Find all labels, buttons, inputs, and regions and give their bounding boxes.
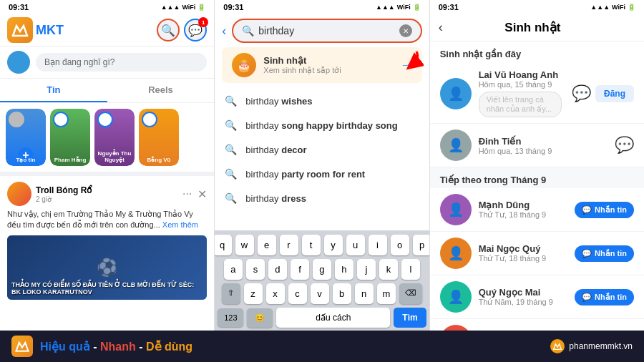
kbd-u[interactable]: u	[346, 235, 365, 255]
kbd-backspace[interactable]: ⌫	[399, 283, 422, 304]
status-icons-3: ▲▲▲ WiFi 🔋	[590, 4, 635, 11]
messenger-badge-0[interactable]: 💬	[572, 84, 591, 102]
kbd-b[interactable]: b	[333, 283, 351, 304]
kbd-k[interactable]: k	[379, 259, 398, 280]
kbd-n[interactable]: n	[355, 283, 374, 304]
search-input-box[interactable]: 🔍 birthday ✕	[232, 19, 421, 43]
tab-reels[interactable]: Reels	[107, 79, 215, 102]
kbd-z[interactable]: z	[244, 283, 263, 304]
bp-date-0: Hôm qua, 15 tháng 9	[479, 80, 562, 89]
bottom-banner: Hiệu quả - Nhanh - Dễ dùng phanmemmkt.vn	[0, 331, 644, 362]
kbd-j[interactable]: j	[357, 259, 376, 280]
story-bang-vu[interactable]: Bằng Vũ	[139, 109, 179, 166]
kbd-w[interactable]: w	[235, 235, 254, 255]
kbd-i[interactable]: i	[369, 235, 387, 255]
clear-search-button[interactable]: ✕	[399, 24, 412, 37]
kbd-q[interactable]: q	[215, 235, 231, 255]
upcoming-person-0: 👤 Mạnh Dũng Thứ Tư, 18 tháng 9 💬 Nhắn ti…	[430, 188, 644, 232]
result-text-3: birthday party room for rent	[245, 169, 365, 180]
search-input[interactable]: birthday	[258, 25, 394, 36]
kbd-v[interactable]: v	[311, 283, 329, 304]
dang-button-0[interactable]: Đăng	[595, 85, 634, 102]
wifi-icon-2: WiFi	[397, 4, 411, 11]
post-user-info: Troll Bóng Rổ 2 giờ	[36, 185, 92, 203]
kbd-s[interactable]: s	[246, 259, 265, 280]
kbd-g[interactable]: g	[313, 259, 331, 280]
kbd-p[interactable]: p	[413, 235, 430, 255]
search-result-1[interactable]: 🔍 birthday song happy birthday song	[215, 113, 429, 137]
search-result-0[interactable]: 🔍 birthday wishes	[215, 89, 429, 113]
close-icon[interactable]: ✕	[197, 187, 207, 201]
messenger-icon-1[interactable]: 💬	[615, 136, 634, 155]
suggestion-subtitle: Xem sinh nhật sắp tới	[263, 66, 341, 75]
kbd-l[interactable]: l	[401, 259, 420, 280]
kbd-e[interactable]: e	[258, 235, 276, 255]
upcoming-info-1: Mai Ngọc Quý Thứ Tư, 18 tháng 9	[479, 243, 567, 263]
kbd-d[interactable]: d	[268, 259, 287, 280]
search-button[interactable]: 🔍	[157, 19, 180, 41]
messenger-icon-0: 💬	[572, 84, 591, 103]
kbd-search-btn[interactable]: Tìm	[394, 308, 426, 328]
upcoming-info-0: Mạnh Dũng Thứ Tư, 18 tháng 9	[479, 200, 567, 220]
nhan-tin-btn-1[interactable]: 💬 Nhắn tin	[575, 245, 634, 262]
story-create[interactable]: + Tạo tin	[6, 109, 46, 166]
suggestion-icon: 🎂	[232, 53, 256, 77]
search-result-4[interactable]: 🔍 birthday dress	[215, 186, 429, 210]
see-more-link[interactable]: Xem thêm	[162, 220, 198, 229]
kbd-t[interactable]: t	[302, 235, 321, 255]
slogan-dash2: -	[139, 341, 146, 353]
banner-logo	[11, 336, 33, 357]
search-result-2[interactable]: 🔍 birthday decor	[215, 137, 429, 162]
story-pham-hang[interactable]: Pham Hằng	[50, 109, 90, 166]
kbd-a[interactable]: a	[224, 259, 243, 280]
kbd-row-1: q w e r t y u i o p	[218, 235, 426, 255]
upcoming-name-2: Quý Ngọc Mai	[479, 287, 567, 298]
search-header: ‹ 🔍 birthday ✕	[215, 14, 429, 47]
post-actions-right: ··· ✕	[182, 187, 207, 201]
write-placeholder[interactable]: Viết lên trang cá nhân của anh ấy...	[479, 92, 562, 117]
mkt-logo-icon	[7, 17, 33, 43]
back-button[interactable]: ‹	[222, 24, 226, 39]
nhan-tin-btn-2[interactable]: 💬 Nhắn tin	[575, 289, 634, 305]
mkt-text: MKT	[36, 23, 64, 38]
kbd-r[interactable]: r	[280, 235, 298, 255]
kbd-123[interactable]: 123	[218, 308, 243, 327]
nhan-tin-btn-0[interactable]: 💬 Nhắn tin	[575, 202, 634, 218]
kbd-f[interactable]: f	[291, 259, 309, 280]
signal-icon-2: ▲▲▲	[376, 4, 395, 11]
status-placeholder[interactable]: Bạn đang nghĩ gì?	[36, 53, 207, 72]
story-nguyen-thu[interactable]: Nguyễn Thu Nguyệt	[94, 109, 135, 166]
svg-marker-1	[16, 343, 29, 351]
slogan-hieu-qua: Hiệu quả	[40, 341, 90, 353]
slogan-de-dung: Dễ dùng	[146, 341, 192, 353]
signal-icon-3: ▲▲▲	[590, 4, 610, 11]
kbd-c[interactable]: c	[288, 283, 307, 304]
svg-marker-0	[13, 26, 27, 36]
kbd-emoji[interactable]: 😊	[247, 308, 273, 328]
bp-date-1: Hôm qua, 13 tháng 9	[479, 147, 608, 155]
search-result-3[interactable]: 🔍 birthday party room for rent	[215, 162, 429, 186]
mkt-logo: MKT	[7, 17, 64, 43]
birthday-person-0: 👤 Lai Vũ Hoang Anh Hôm qua, 15 tháng 9 V…	[430, 64, 644, 124]
birthday-person-1: 👤 Đinh Tiến Hôm qua, 13 tháng 9 💬	[430, 124, 644, 167]
more-icon[interactable]: ···	[182, 187, 192, 201]
bp-avatar-1: 👤	[440, 129, 472, 161]
upcoming-info-2: Quý Ngọc Mai Thứ Năm, 19 tháng 9	[479, 287, 567, 307]
kbd-space[interactable]: dấu cách	[276, 308, 390, 328]
result-text-4: birthday dress	[245, 193, 306, 204]
tab-tin[interactable]: Tin	[0, 79, 107, 102]
kbd-m[interactable]: m	[377, 283, 396, 304]
kbd-shift[interactable]: ⇧	[222, 283, 240, 304]
birthday-back-button[interactable]: ‹	[439, 20, 443, 35]
kbd-y[interactable]: y	[324, 235, 343, 255]
battery-icon-3: 🔋	[628, 4, 635, 11]
upcoming-avatar-2: 👤	[440, 281, 472, 313]
kbd-o[interactable]: o	[391, 235, 409, 255]
battery-icon: 🔋	[197, 4, 205, 11]
upcoming-person-1: 👤 Mai Ngọc Quý Thứ Tư, 18 tháng 9 💬 Nhắn…	[430, 232, 644, 275]
messenger-button[interactable]: 💬 1	[184, 19, 207, 41]
slogan-dash1: -	[93, 341, 100, 353]
kbd-h[interactable]: h	[335, 259, 353, 280]
kbd-x[interactable]: x	[266, 283, 285, 304]
status-icons-2: ▲▲▲ WiFi 🔋	[376, 4, 421, 11]
